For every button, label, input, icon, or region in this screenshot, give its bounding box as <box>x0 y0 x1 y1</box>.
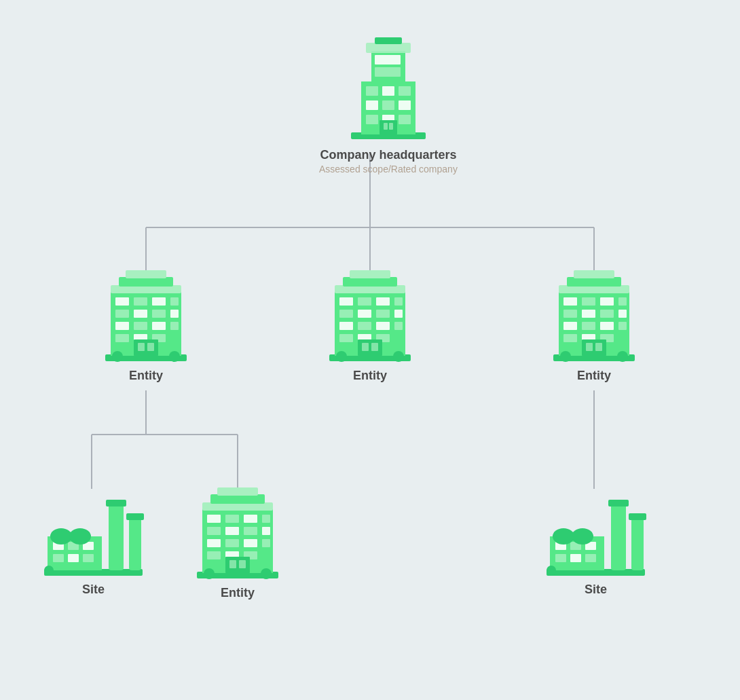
svg-rect-68 <box>394 322 403 330</box>
entity1-building-icon <box>98 265 193 363</box>
svg-rect-115 <box>129 516 141 570</box>
svg-rect-113 <box>109 502 124 570</box>
entity4-label: Entity <box>221 586 255 600</box>
svg-rect-138 <box>229 560 236 568</box>
svg-point-118 <box>69 528 91 545</box>
svg-rect-37 <box>152 310 166 318</box>
svg-rect-62 <box>358 310 371 318</box>
hq-sublabel: Assessed scope/Rated company <box>319 164 458 174</box>
svg-rect-58 <box>358 297 371 306</box>
svg-point-76 <box>393 351 404 362</box>
svg-rect-124 <box>244 515 257 523</box>
svg-rect-127 <box>225 527 239 535</box>
svg-rect-73 <box>362 343 369 351</box>
svg-rect-154 <box>608 500 629 506</box>
svg-point-159 <box>547 566 556 575</box>
svg-rect-16 <box>382 100 394 110</box>
svg-rect-151 <box>570 554 581 562</box>
svg-rect-87 <box>582 310 595 318</box>
entity2-building-icon <box>322 265 418 363</box>
svg-rect-129 <box>262 527 270 535</box>
svg-point-100 <box>560 351 571 362</box>
svg-rect-28 <box>375 37 402 44</box>
svg-rect-32 <box>134 297 147 306</box>
node-entity4: Entity <box>190 482 285 600</box>
svg-rect-131 <box>225 539 239 547</box>
svg-rect-46 <box>134 339 158 356</box>
svg-rect-91 <box>582 322 595 330</box>
svg-rect-111 <box>68 554 79 562</box>
site1-label: Site <box>82 583 105 597</box>
svg-rect-33 <box>152 297 166 306</box>
svg-rect-26 <box>375 67 401 77</box>
entity1-label: Entity <box>129 369 163 383</box>
svg-rect-69 <box>339 334 353 342</box>
svg-rect-90 <box>563 322 577 330</box>
svg-rect-150 <box>555 554 566 562</box>
svg-rect-54 <box>126 270 166 278</box>
svg-rect-20 <box>399 115 411 124</box>
svg-rect-39 <box>115 322 129 330</box>
svg-rect-153 <box>611 502 626 570</box>
hq-building-icon <box>337 37 439 143</box>
svg-rect-79 <box>350 270 390 278</box>
svg-rect-104 <box>574 270 614 278</box>
svg-rect-41 <box>152 322 166 330</box>
svg-rect-132 <box>244 539 257 547</box>
svg-rect-86 <box>563 310 577 318</box>
svg-rect-134 <box>207 551 221 559</box>
svg-rect-72 <box>358 339 382 356</box>
svg-rect-15 <box>366 100 378 110</box>
svg-rect-93 <box>618 322 627 330</box>
svg-rect-25 <box>375 55 401 65</box>
svg-rect-22 <box>384 123 388 130</box>
svg-point-49 <box>112 351 123 362</box>
svg-rect-98 <box>586 343 593 351</box>
svg-rect-67 <box>376 322 390 330</box>
node-headquarters: Company headquarters Assessed scope/Rate… <box>319 37 458 174</box>
svg-rect-21 <box>380 120 397 134</box>
site2-label: Site <box>585 583 607 597</box>
svg-rect-144 <box>217 487 258 496</box>
svg-rect-123 <box>225 515 239 523</box>
site2-building-icon <box>543 482 648 577</box>
svg-rect-35 <box>115 310 129 318</box>
svg-rect-57 <box>339 297 353 306</box>
svg-rect-85 <box>618 297 627 306</box>
svg-rect-23 <box>389 123 393 130</box>
svg-rect-60 <box>394 297 403 306</box>
svg-rect-122 <box>207 515 221 523</box>
svg-rect-88 <box>600 310 614 318</box>
svg-point-158 <box>572 528 593 545</box>
node-site1: Site <box>41 482 146 597</box>
svg-rect-12 <box>366 86 378 96</box>
node-entity2: Entity <box>322 265 418 383</box>
svg-rect-43 <box>115 334 129 342</box>
svg-rect-99 <box>595 343 602 351</box>
svg-rect-155 <box>631 516 644 570</box>
entity2-label: Entity <box>353 369 387 383</box>
svg-rect-47 <box>138 343 145 351</box>
diagram-container: Company headquarters Assessed scope/Rate… <box>0 0 740 700</box>
svg-rect-128 <box>244 527 257 535</box>
svg-rect-92 <box>600 322 614 330</box>
svg-rect-103 <box>567 277 621 287</box>
svg-rect-114 <box>106 500 126 506</box>
svg-rect-48 <box>147 343 154 351</box>
svg-rect-64 <box>394 310 403 318</box>
svg-rect-84 <box>600 297 614 306</box>
svg-rect-18 <box>366 115 378 124</box>
svg-point-117 <box>50 528 72 545</box>
svg-rect-126 <box>207 527 221 535</box>
svg-point-141 <box>261 568 272 579</box>
entity3-label: Entity <box>577 369 611 383</box>
svg-rect-82 <box>563 297 577 306</box>
svg-rect-83 <box>582 297 595 306</box>
svg-rect-89 <box>618 310 627 318</box>
svg-rect-14 <box>399 86 411 96</box>
svg-rect-61 <box>339 310 353 318</box>
svg-rect-65 <box>339 322 353 330</box>
node-entity3: Entity <box>547 265 642 383</box>
svg-point-140 <box>204 568 215 579</box>
svg-rect-31 <box>115 297 129 306</box>
